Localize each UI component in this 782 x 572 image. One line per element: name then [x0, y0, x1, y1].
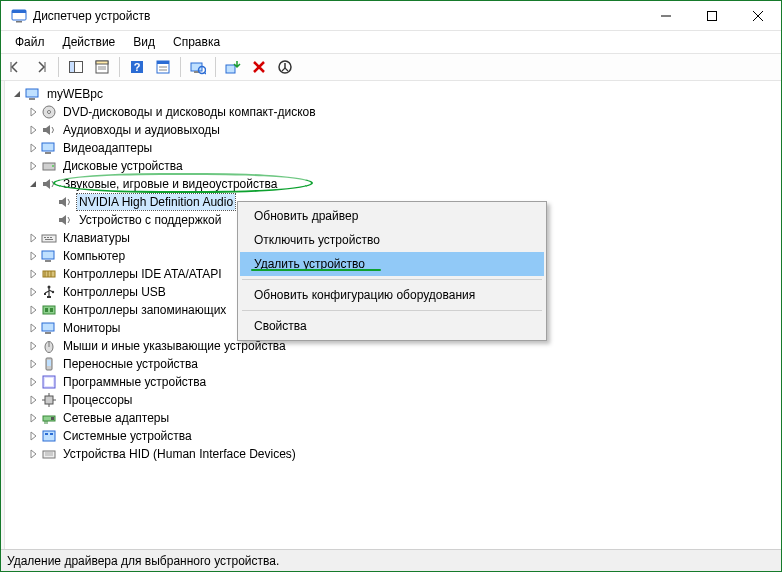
chevron-right-icon[interactable]	[25, 230, 41, 246]
tree-node-system-devices[interactable]: Системные устройства	[7, 427, 781, 445]
usb-icon	[41, 284, 57, 300]
menu-help[interactable]: Справка	[165, 33, 228, 51]
minimize-button[interactable]	[643, 1, 689, 31]
chevron-right-icon[interactable]	[25, 122, 41, 138]
status-text: Удаление драйвера для выбранного устройс…	[7, 554, 279, 568]
close-button[interactable]	[735, 1, 781, 31]
svg-rect-26	[42, 143, 54, 151]
tree-node-video-adapters[interactable]: Видеоадаптеры	[7, 139, 781, 157]
svg-rect-5	[70, 62, 75, 73]
menu-view[interactable]: Вид	[125, 33, 163, 51]
context-menu: Обновить драйвер Отключить устройство Уд…	[237, 201, 547, 341]
tree-root-label: myWEBpc	[45, 86, 105, 102]
chevron-right-icon[interactable]	[25, 284, 41, 300]
speaker-icon	[57, 212, 73, 228]
svg-rect-35	[42, 251, 54, 259]
svg-rect-42	[44, 293, 46, 295]
back-button[interactable]	[3, 55, 27, 79]
svg-rect-31	[44, 237, 46, 238]
svg-text:?: ?	[134, 61, 141, 73]
maximize-button[interactable]	[689, 1, 735, 31]
chevron-right-icon[interactable]	[25, 446, 41, 462]
forward-button[interactable]	[29, 55, 53, 79]
ctx-update-driver[interactable]: Обновить драйвер	[240, 204, 544, 228]
disc-icon	[41, 104, 57, 120]
chevron-right-icon[interactable]	[25, 374, 41, 390]
tree-node-dvd[interactable]: DVD-дисководы и дисководы компакт-дисков	[7, 103, 781, 121]
svg-rect-22	[26, 89, 38, 97]
tree-node-software-devices[interactable]: Программные устройства	[7, 373, 781, 391]
help-button[interactable]: ?	[125, 55, 149, 79]
properties-button[interactable]	[90, 55, 114, 79]
ctx-disable-device[interactable]: Отключить устройство	[240, 228, 544, 252]
svg-rect-2	[16, 21, 22, 23]
ctx-properties[interactable]: Свойства	[240, 314, 544, 338]
tree-root[interactable]: myWEBpc	[7, 85, 781, 103]
chevron-right-icon[interactable]	[25, 158, 41, 174]
chevron-right-icon[interactable]	[25, 320, 41, 336]
network-adapter-icon	[41, 410, 57, 426]
uninstall-device-toolbar-button[interactable]	[247, 55, 271, 79]
chevron-right-icon[interactable]	[25, 266, 41, 282]
device-tree[interactable]: myWEBpc DVD-дисководы и дисководы компак…	[5, 81, 781, 549]
software-device-icon	[41, 374, 57, 390]
action-button[interactable]	[151, 55, 175, 79]
chevron-right-icon[interactable]	[25, 104, 41, 120]
tree-node-processors[interactable]: Процессоры	[7, 391, 781, 409]
window-title: Диспетчер устройств	[33, 9, 150, 23]
chevron-right-icon[interactable]	[25, 428, 41, 444]
tree-node-disk-drives[interactable]: Дисковые устройства	[7, 157, 781, 175]
svg-rect-36	[45, 260, 51, 262]
scan-hardware-button[interactable]	[186, 55, 210, 79]
svg-rect-45	[45, 308, 48, 312]
svg-rect-54	[45, 378, 53, 386]
tree-node-portable[interactable]: Переносные устройства	[7, 355, 781, 373]
chevron-right-icon[interactable]	[25, 410, 41, 426]
chevron-down-icon[interactable]	[25, 176, 41, 192]
disable-device-toolbar-button[interactable]	[273, 55, 297, 79]
svg-point-29	[52, 165, 54, 167]
svg-line-19	[204, 72, 206, 74]
menu-file[interactable]: Файл	[7, 33, 53, 51]
svg-rect-1	[12, 10, 26, 13]
show-hide-tree-button[interactable]	[64, 55, 88, 79]
tree-node-network-adapters[interactable]: Сетевые адаптеры	[7, 409, 781, 427]
tree-node-audio-io[interactable]: Аудиовходы и аудиовыходы	[7, 121, 781, 139]
cpu-icon	[41, 392, 57, 408]
svg-rect-32	[47, 237, 49, 238]
app-icon	[11, 8, 27, 24]
svg-rect-20	[226, 65, 235, 73]
chevron-right-icon[interactable]	[25, 140, 41, 156]
chevron-right-icon[interactable]	[25, 356, 41, 372]
speaker-icon	[41, 122, 57, 138]
svg-rect-7	[96, 61, 108, 64]
chevron-right-icon[interactable]	[25, 392, 41, 408]
update-driver-toolbar-button[interactable]	[221, 55, 245, 79]
tree-node-hid[interactable]: Устройства HID (Human Interface Devices)	[7, 445, 781, 463]
statusbar: Удаление драйвера для выбранного устройс…	[1, 549, 781, 571]
titlebar: Диспетчер устройств	[1, 1, 781, 31]
ctx-uninstall-device[interactable]: Удалить устройство	[240, 252, 544, 276]
system-device-icon	[41, 428, 57, 444]
chevron-down-icon[interactable]	[9, 86, 25, 102]
svg-rect-33	[50, 237, 52, 238]
ctx-separator	[242, 279, 542, 280]
controller-icon	[41, 266, 57, 282]
svg-rect-3	[708, 11, 717, 20]
chevron-right-icon[interactable]	[25, 248, 41, 264]
chevron-right-icon[interactable]	[25, 338, 41, 354]
monitor-icon	[41, 140, 57, 156]
svg-rect-13	[157, 61, 169, 64]
portable-device-icon	[41, 356, 57, 372]
computer-icon	[25, 86, 41, 102]
svg-rect-23	[29, 98, 35, 100]
tree-node-sound-game-video[interactable]: Звуковые, игровые и видеоустройства	[7, 175, 781, 193]
svg-rect-64	[43, 431, 55, 441]
svg-point-43	[52, 291, 54, 293]
menu-action[interactable]: Действие	[55, 33, 124, 51]
drive-icon	[41, 158, 57, 174]
hid-icon	[41, 446, 57, 462]
chevron-right-icon[interactable]	[25, 302, 41, 318]
menubar: Файл Действие Вид Справка	[1, 31, 781, 53]
ctx-scan-hardware[interactable]: Обновить конфигурацию оборудования	[240, 283, 544, 307]
